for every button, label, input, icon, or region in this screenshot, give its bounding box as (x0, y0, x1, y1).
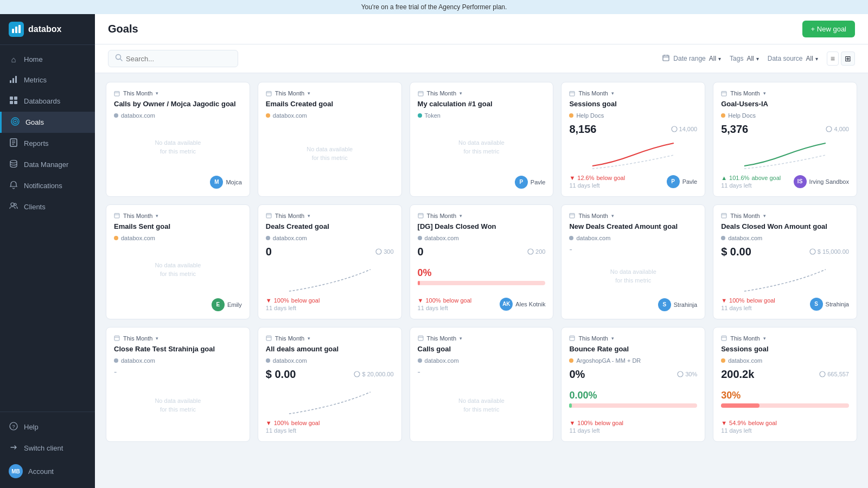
goal-chart-area (569, 139, 697, 171)
goal-card[interactable]: This Month ▾ Calls goal databox.com - No… (410, 327, 554, 442)
goal-value-row: 0% 30% (569, 368, 697, 381)
days-left: 11 days left (721, 182, 781, 189)
home-icon: ⌂ (9, 55, 18, 64)
svg-point-36 (672, 126, 677, 132)
switch-client-icon (9, 443, 18, 453)
goal-card[interactable]: This Month ▾ Emails Sent goal databox.co… (106, 204, 250, 319)
sidebar-nav: ⌂ Home Metrics Databoards Goals (0, 45, 95, 412)
goal-card-footer: ▼ 100% below goal 11 days left AK Ales K… (418, 297, 546, 311)
goal-chart-area (721, 261, 849, 294)
days-left: 11 days left (266, 427, 320, 434)
sidebar-logo[interactable]: databox (0, 14, 95, 45)
search-box[interactable] (108, 50, 238, 67)
svg-rect-55 (266, 336, 271, 341)
goal-source: Help Docs (721, 112, 849, 119)
svg-rect-60 (570, 336, 575, 341)
svg-rect-30 (266, 91, 271, 96)
goal-card[interactable]: This Month ▾ Sessions goal Help Docs 8,1… (561, 82, 705, 197)
sidebar-item-label: Account (28, 467, 54, 476)
sidebar-item-account[interactable]: MB Account (0, 459, 95, 484)
sidebar-item-label: Switch client (24, 444, 63, 452)
goals-icon (10, 117, 20, 127)
view-toggle: ≡ ⊞ (827, 52, 855, 66)
sidebar-item-label: Help (24, 423, 39, 431)
grid-view-button[interactable]: ⊞ (841, 52, 855, 66)
goal-card-footer: ▼ 100% below goal 11 days left S Strahin… (721, 297, 849, 311)
logo-text: databox (28, 24, 61, 34)
goal-source: databox.com (114, 235, 242, 241)
goal-card[interactable]: This Month ▾ Calls by Owner / Mojca Jago… (106, 82, 250, 197)
goal-card[interactable]: This Month ▾ Close Rate Test Strahinja g… (106, 327, 250, 442)
goal-card-header: This Month ▾ (418, 90, 546, 97)
goal-card-title: Close Rate Test Strahinja goal (114, 345, 242, 354)
goal-card[interactable]: This Month ▾ Deals Created goal databox.… (258, 204, 402, 319)
sidebar-item-switch-client[interactable]: Switch client (0, 438, 95, 459)
goal-card-title: Deals Created goal (266, 222, 394, 232)
days-left: 11 days left (721, 427, 777, 434)
goal-card[interactable]: This Month ▾ My calculation #1 goal Toke… (410, 82, 554, 197)
sidebar: databox ⌂ Home Metrics Databoards (0, 14, 95, 488)
goal-status: ▲ 101.6% above goal (721, 175, 781, 181)
sidebar-item-data-manager[interactable]: Data Manager (0, 154, 95, 175)
goal-card[interactable]: This Month ▾ Goal-Users-IA Help Docs 5,3… (713, 82, 857, 197)
days-left: 11 days left (569, 182, 625, 189)
sidebar-item-label: Reports (24, 139, 49, 147)
sidebar-item-reports[interactable]: Reports (0, 133, 95, 154)
days-left: 11 days left (266, 305, 320, 311)
sidebar-item-label: Databoards (24, 97, 60, 105)
goal-card-footer: ▼ 54.9% below goal 11 days left (721, 420, 849, 434)
goal-card-header: This Month ▾ (266, 213, 394, 219)
new-goal-button[interactable]: + New goal (802, 21, 855, 37)
goal-card-header: This Month ▾ (721, 213, 849, 219)
goal-source: databox.com (266, 112, 394, 119)
sidebar-item-label: Notifications (24, 182, 62, 190)
data-source-filter[interactable]: Data source All ▾ (768, 55, 818, 62)
date-range-filter[interactable]: Date range All ▾ (662, 54, 721, 63)
goal-card-header: This Month ▾ (721, 335, 849, 342)
list-view-button[interactable]: ≡ (827, 52, 839, 66)
sidebar-item-goals[interactable]: Goals (0, 112, 95, 133)
sidebar-item-help[interactable]: ? Help (0, 416, 95, 438)
search-icon (115, 54, 123, 63)
goal-card[interactable]: This Month ▾ Emails Created goal databox… (258, 82, 402, 197)
goal-card[interactable]: This Month ▾ Bounce Rate goal ArgoshopGA… (561, 327, 705, 442)
goal-card-title: Calls goal (418, 345, 546, 354)
sidebar-item-notifications[interactable]: Notifications (0, 175, 95, 196)
goal-card[interactable]: This Month ▾ Deals Closed Won Amount goa… (713, 204, 857, 319)
sidebar-item-clients[interactable]: Clients (0, 196, 95, 217)
goal-card[interactable]: This Month ▾ Sessions goal databox.com 2… (713, 327, 857, 442)
svg-line-23 (120, 59, 123, 61)
goal-chart-area (266, 261, 394, 294)
goal-card-title: Deals Closed Won Amount goal (721, 222, 849, 232)
goal-chart-area: 0.00% (569, 384, 697, 416)
calendar-icon (662, 54, 669, 63)
account-avatar: MB (9, 464, 23, 478)
sidebar-item-metrics[interactable]: Metrics (0, 69, 95, 91)
goal-card[interactable]: This Month ▾ All deals amount goal datab… (258, 327, 402, 442)
goal-card[interactable]: This Month ▾ [DG] Deals Closed Won datab… (410, 204, 554, 319)
page-title: Goals (108, 23, 138, 35)
sidebar-item-databoards[interactable]: Databoards (0, 91, 95, 112)
goal-chart-area: No data availablefor this metric (114, 122, 242, 172)
svg-rect-42 (266, 214, 271, 219)
date-range-label: Date range (673, 55, 705, 62)
search-input[interactable] (126, 55, 231, 63)
goal-card-header: This Month ▾ (569, 213, 697, 219)
svg-point-47 (528, 249, 533, 254)
goal-chart-area (266, 384, 394, 416)
goal-card-footer: ▼ 100% below goal 11 days left (266, 297, 394, 311)
data-manager-icon (9, 159, 18, 170)
sidebar-item-label: Data Manager (24, 160, 68, 169)
goal-source: databox.com (418, 235, 546, 241)
tags-filter[interactable]: Tags All ▾ (730, 55, 759, 62)
svg-rect-53 (114, 336, 119, 341)
sidebar-item-home[interactable]: ⌂ Home (0, 49, 95, 69)
days-left: 11 days left (721, 305, 775, 311)
goal-status: ▼ 12.6% below goal (569, 175, 625, 181)
goal-card-footer: P Pavle (418, 176, 546, 189)
goal-source: databox.com (266, 357, 394, 364)
goal-card[interactable]: This Month ▾ New Deals Created Amount go… (561, 204, 705, 319)
svg-text:?: ? (12, 424, 15, 429)
goal-card-title: New Deals Created Amount goal (569, 222, 697, 232)
goal-value-row: 8,156 14,000 (569, 123, 697, 136)
